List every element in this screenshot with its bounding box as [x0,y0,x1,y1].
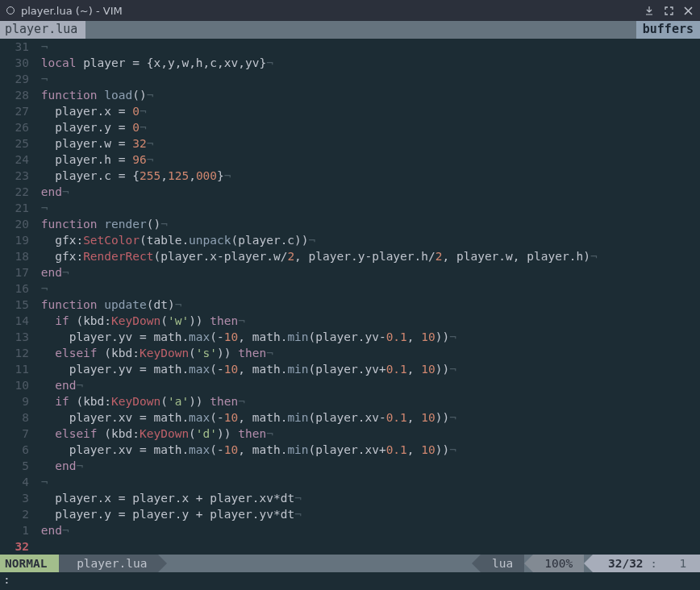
code-text: player.c = {255,125,000}¬ [34,168,700,184]
close-icon[interactable] [682,5,694,16]
code-text: player.h = 96¬ [34,152,700,168]
line-number: 14 [0,313,34,329]
code-line[interactable]: 30 local player = {x,y,w,h,c,xv,yv}¬ [0,55,700,71]
line-number: 4 [0,474,34,490]
status-filetype: lua [481,555,524,572]
code-line[interactable]: 3 player.x = player.x + player.xv*dt¬ [0,490,700,506]
code-line[interactable]: 27 player.x = 0¬ [0,103,700,119]
code-line[interactable]: 17 end¬ [0,264,700,280]
window-titlebar: player.lua (~) - VIM [0,0,700,21]
code-text: player.xv = math.max(-10, math.min(playe… [34,409,700,426]
status-percent: 100% [533,555,584,572]
line-number: 21 [0,200,34,216]
code-text: player.xv = math.max(-10, math.min(playe… [34,442,700,458]
code-text: gfx:RenderRect(player.x-player.w/2, play… [34,248,700,264]
line-number: 13 [0,329,34,345]
line-number: 5 [0,458,34,474]
line-number: 28 [0,87,34,103]
code-line[interactable]: 15 function update(dt)¬ [0,297,700,313]
app-icon [6,6,15,15]
line-number: 25 [0,135,34,152]
code-text: player.x = player.x + player.xv*dt¬ [34,490,700,506]
line-number: 27 [0,103,34,119]
code-line[interactable]: 8 player.xv = math.max(-10, math.min(pla… [0,409,700,426]
code-line[interactable]: 28 function load()¬ [0,87,700,103]
code-line[interactable]: 11 player.yv = math.max(-10, math.min(pl… [0,361,700,377]
code-text: ¬ [34,280,700,297]
code-line[interactable]: 5 end¬ [0,458,700,474]
command-prompt: : [3,573,10,586]
code-line[interactable]: 22 end¬ [0,184,700,200]
line-number: 12 [0,345,34,361]
line-number: 2 [0,506,34,522]
code-text: end¬ [34,264,700,280]
code-text: gfx:SetColor(table.unpack(player.c))¬ [34,232,700,248]
code-text: ¬ [34,71,700,87]
code-line[interactable]: 9 if (kbd:KeyDown('a')) then¬ [0,393,700,409]
code-line[interactable]: 19 gfx:SetColor(table.unpack(player.c))¬ [0,232,700,248]
code-line[interactable]: 14 if (kbd:KeyDown('w')) then¬ [0,313,700,329]
line-number: 9 [0,393,34,409]
code-line[interactable]: 29 ¬ [0,71,700,87]
code-text: player.w = 32¬ [34,135,700,152]
code-line[interactable]: 10 end¬ [0,377,700,393]
code-text: end¬ [34,522,700,538]
line-number: 7 [0,426,34,442]
code-line[interactable]: 2 player.y = player.y + player.yv*dt¬ [0,506,700,522]
tabline: player.lua buffers [0,21,700,39]
code-line[interactable]: 23 player.c = {255,125,000}¬ [0,168,700,184]
code-text: function load()¬ [34,87,700,103]
line-number: 30 [0,55,34,71]
code-line[interactable]: 31 ¬ [0,39,700,55]
line-number: 15 [0,297,34,313]
line-number: 22 [0,184,34,200]
code-line[interactable]: 12 elseif (kbd:KeyDown('s')) then¬ [0,345,700,361]
status-column: 1 [665,555,700,572]
code-line[interactable]: 26 player.y = 0¬ [0,119,700,135]
line-number-current: 32 [0,538,34,555]
editor-viewport[interactable]: 31 ¬30 local player = {x,y,w,h,c,xv,yv}¬… [0,39,700,555]
line-number: 1 [0,522,34,538]
code-line[interactable]: 20 function render()¬ [0,216,700,232]
buffers-label[interactable]: buffers [636,21,700,39]
code-line[interactable]: 18 gfx:RenderRect(player.x-player.w/2, p… [0,248,700,264]
code-text: end¬ [34,184,700,200]
line-number: 23 [0,168,34,184]
code-line[interactable]: 16 ¬ [0,280,700,297]
code-line[interactable]: 4 ¬ [0,474,700,490]
line-number: 31 [0,39,34,55]
code-text [34,538,700,555]
status-mode: NORMAL [0,555,59,572]
code-text: ¬ [34,39,700,55]
tab-player-lua[interactable]: player.lua [0,21,85,39]
code-text: player.y = 0¬ [34,119,700,135]
code-line[interactable]: 24 player.h = 96¬ [0,152,700,168]
code-text: ¬ [34,474,700,490]
code-line[interactable]: 21 ¬ [0,200,700,216]
code-line[interactable]: 13 player.yv = math.max(-10, math.min(pl… [0,329,700,345]
code-line[interactable]: 7 elseif (kbd:KeyDown('d')) then¬ [0,426,700,442]
code-line-current[interactable]: 32 [0,538,700,555]
window-title: player.lua (~) - VIM [21,5,123,17]
code-text: elseif (kbd:KeyDown('d')) then¬ [34,426,700,442]
code-line[interactable]: 1 end¬ [0,522,700,538]
line-number: 18 [0,248,34,264]
code-text: if (kbd:KeyDown('w')) then¬ [34,313,700,329]
line-number: 11 [0,361,34,377]
maximize-icon[interactable] [663,5,674,16]
code-text: elseif (kbd:KeyDown('s')) then¬ [34,345,700,361]
line-number: 3 [0,490,34,506]
keep-on-top-icon[interactable] [644,5,655,16]
code-text: ¬ [34,200,700,216]
line-number: 26 [0,119,34,135]
code-text: local player = {x,y,w,h,c,xv,yv}¬ [34,55,700,71]
code-text: end¬ [34,458,700,474]
code-line[interactable]: 25 player.w = 32¬ [0,135,700,152]
code-line[interactable]: 6 player.xv = math.max(-10, math.min(pla… [0,442,700,458]
code-text: player.y = player.y + player.yv*dt¬ [34,506,700,522]
status-position: 32/32 : [593,555,665,572]
line-number: 19 [0,232,34,248]
code-text: player.yv = math.max(-10, math.min(playe… [34,361,700,377]
code-text: function update(dt)¬ [34,297,700,313]
command-line[interactable]: : [0,572,700,590]
